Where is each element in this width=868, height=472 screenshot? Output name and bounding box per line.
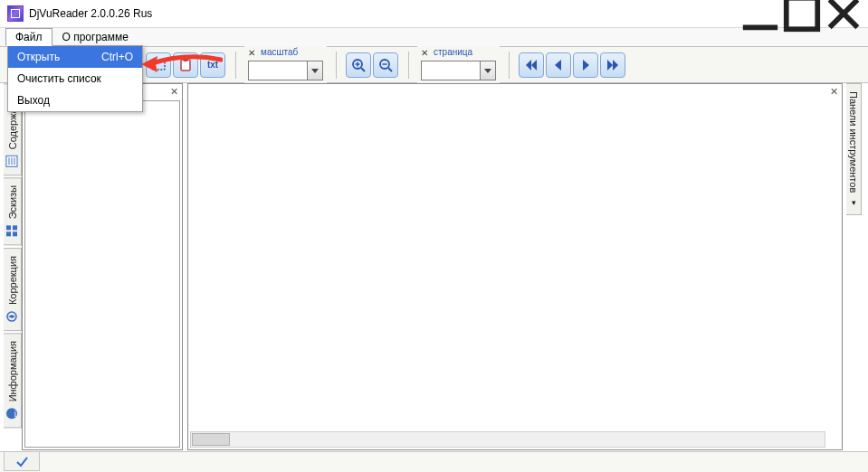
tab-tools-panel[interactable]: Панели инструментов ▾ xyxy=(846,83,862,215)
title-bar: DjVuReader 2.0.0.26 Rus xyxy=(0,0,868,28)
close-button[interactable] xyxy=(823,0,864,27)
select-rect-button[interactable] xyxy=(146,52,171,78)
file-menu-open[interactable]: Открыть Ctrl+O xyxy=(8,46,142,68)
svg-rect-1 xyxy=(787,0,818,29)
status-check-tab[interactable] xyxy=(4,452,40,471)
status-bar xyxy=(0,451,868,472)
page-input[interactable] xyxy=(422,61,480,80)
file-menu-open-shortcut: Ctrl+O xyxy=(101,51,133,63)
tab-thumbs[interactable]: Эскизы xyxy=(4,177,22,245)
menu-about[interactable]: О программе xyxy=(52,28,138,46)
zoom-combo[interactable] xyxy=(248,61,323,80)
zoom-group-close-icon[interactable]: ✕ xyxy=(248,48,255,58)
svg-rect-27 xyxy=(7,232,12,237)
document-view: ✕ xyxy=(187,83,843,450)
contents-icon xyxy=(6,155,19,167)
tab-tools-panel-label: Панели инструментов xyxy=(848,91,859,193)
zoom-group-label: масштаб xyxy=(261,47,298,57)
nav-prev-button[interactable] xyxy=(546,52,571,78)
file-menu-clear[interactable]: Очистить список xyxy=(8,68,142,90)
svg-marker-16 xyxy=(526,60,531,71)
page-group-close-icon[interactable]: ✕ xyxy=(421,48,428,58)
tab-info-label: Информация xyxy=(7,341,18,401)
zoom-input[interactable] xyxy=(249,61,307,80)
svg-marker-19 xyxy=(583,60,589,71)
tab-thumbs-label: Эскизы xyxy=(7,185,18,219)
minimize-button[interactable] xyxy=(739,0,781,27)
info-icon: i xyxy=(6,407,19,420)
left-side-tabs: Содержание Эскизы Коррекция i Информация xyxy=(4,83,22,450)
file-menu-clear-label: Очистить список xyxy=(17,72,101,85)
left-panel-close-icon[interactable]: ✕ xyxy=(170,86,178,98)
scrollbar-thumb[interactable] xyxy=(192,433,230,446)
page-combo-dropdown-icon[interactable] xyxy=(480,61,495,80)
tab-correction[interactable]: Коррекция xyxy=(4,248,22,331)
chevron-down-icon: ▾ xyxy=(849,198,858,207)
document-view-close-icon[interactable]: ✕ xyxy=(830,86,838,98)
menu-file[interactable]: Файл xyxy=(5,28,52,46)
zoom-out-button[interactable] xyxy=(373,52,398,78)
check-icon xyxy=(15,455,28,467)
horizontal-scrollbar[interactable] xyxy=(190,431,825,448)
txt-icon: txt xyxy=(207,60,218,70)
nav-first-button[interactable] xyxy=(519,52,544,78)
left-panel-content xyxy=(24,100,180,448)
svg-line-13 xyxy=(388,68,392,71)
correction-icon xyxy=(6,310,19,323)
file-menu-dropdown: Открыть Ctrl+O Очистить список Выход xyxy=(7,45,143,112)
zoom-in-button[interactable] xyxy=(346,52,371,78)
maximize-button[interactable] xyxy=(781,0,823,27)
window-title: DjVuReader 2.0.0.26 Rus xyxy=(29,7,152,20)
svg-rect-29 xyxy=(14,232,18,237)
nav-next-button[interactable] xyxy=(573,52,598,78)
nav-last-button[interactable] xyxy=(600,52,625,78)
app-icon xyxy=(7,5,24,22)
txt-button[interactable]: txt xyxy=(200,52,225,78)
tab-correction-label: Коррекция xyxy=(7,256,18,305)
svg-rect-4 xyxy=(152,61,165,70)
svg-marker-20 xyxy=(607,60,613,71)
left-panel: ✕ xyxy=(22,83,183,450)
file-menu-open-label: Открыть xyxy=(17,51,60,63)
thumbs-icon xyxy=(6,225,19,238)
file-menu-exit[interactable]: Выход xyxy=(8,90,142,111)
svg-rect-6 xyxy=(184,59,188,61)
page-combo[interactable] xyxy=(421,61,496,80)
workspace: Содержание Эскизы Коррекция i Информация… xyxy=(4,83,864,450)
svg-marker-18 xyxy=(555,60,561,71)
zoom-group: ✕ масштаб xyxy=(244,46,327,84)
svg-marker-15 xyxy=(484,69,491,73)
menubar: Файл О программе xyxy=(0,28,868,47)
svg-marker-17 xyxy=(531,60,537,71)
page-group: ✕ страница xyxy=(417,46,500,84)
file-menu-exit-label: Выход xyxy=(17,94,50,107)
tab-info[interactable]: i Информация xyxy=(4,333,22,428)
right-side-tabs: Панели инструментов ▾ xyxy=(846,83,864,450)
svg-line-9 xyxy=(361,68,365,71)
svg-rect-28 xyxy=(7,226,12,231)
svg-rect-30 xyxy=(14,226,18,231)
svg-marker-21 xyxy=(613,60,618,71)
svg-marker-7 xyxy=(311,69,319,73)
zoom-combo-dropdown-icon[interactable] xyxy=(307,61,322,80)
page-group-label: страница xyxy=(434,47,472,57)
clipboard-button[interactable] xyxy=(173,52,198,78)
